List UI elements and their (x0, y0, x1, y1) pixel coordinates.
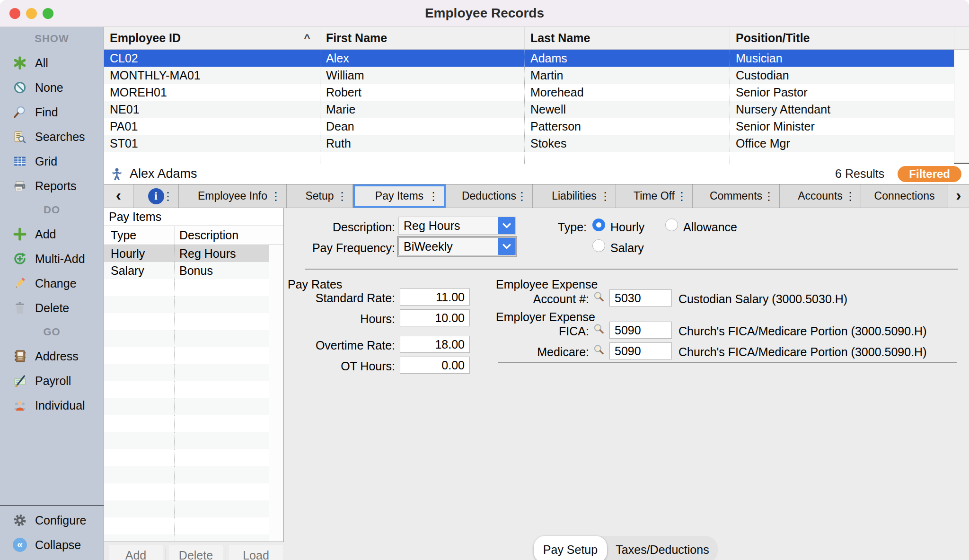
hourly-radio-label[interactable]: Hourly (610, 220, 644, 234)
empty-list-row (104, 432, 269, 449)
sidebar-item-individual[interactable]: Individual (0, 393, 104, 418)
tab-time-off[interactable]: Time Off⋮ (616, 184, 693, 208)
sidebar-item-grid[interactable]: Grid (0, 149, 104, 174)
sidebar-item-label: Collapse (35, 538, 81, 552)
ot-hours-input[interactable]: 0.00 (400, 357, 470, 374)
hourly-radio[interactable] (592, 219, 605, 231)
column-header-last-name[interactable]: Last Name (524, 27, 730, 49)
hours-input[interactable]: 10.00 (400, 309, 470, 326)
table-row[interactable]: CL02 Alex Adams Musician (104, 50, 954, 67)
pay-frequency-dropdown[interactable]: BiWeekly (398, 237, 516, 255)
filtered-badge[interactable]: Filtered (898, 166, 961, 182)
tab-options-icon[interactable]: ⋮ (516, 191, 528, 202)
tab-options-icon[interactable]: ⋮ (676, 191, 687, 202)
column-header-position-title[interactable]: Position/Title (730, 27, 954, 49)
allowance-radio[interactable] (665, 219, 678, 231)
tabs-scroll-left-button[interactable]: ‹ (104, 184, 133, 208)
sidebar-item-label: Address (35, 350, 79, 363)
pay-rates-title: Pay Rates (288, 278, 342, 291)
sidebar-item-add[interactable]: Add (0, 222, 104, 246)
tab-pay-items[interactable]: Pay Items⋮ (353, 184, 446, 208)
chevron-down-icon[interactable] (498, 217, 515, 234)
salary-radio[interactable] (592, 239, 605, 252)
tab-employee-info[interactable]: Employee Info⋮ (179, 184, 287, 208)
table-row[interactable]: PA01 Dean Patterson Senior Minister (104, 118, 954, 135)
table-row[interactable]: ST01 Ruth Stokes Office Mgr (104, 135, 954, 152)
fica-lookup-icon[interactable] (592, 323, 605, 335)
sidebar-item-payroll[interactable]: Payroll (0, 368, 104, 393)
tab-options-icon[interactable]: ⋮ (845, 191, 856, 202)
table-row[interactable]: NE01 Marie Newell Nursery Attendant (104, 101, 954, 118)
employee-table: Employee ID ^ First Name Last Name Posit… (104, 27, 969, 164)
sidebar-item-change[interactable]: Change (0, 271, 104, 296)
overtime-rate-input[interactable]: 18.00 (400, 336, 470, 353)
column-header-employee-id[interactable]: Employee ID ^ (104, 27, 320, 49)
table-row[interactable]: MOREH01 Robert Morehead Senior Pastor (104, 84, 954, 101)
sidebar-item-collapse[interactable]: « Collapse (0, 533, 104, 557)
list-item[interactable]: Hourly Reg Hours (104, 245, 269, 262)
selected-employee-name: Alex Adams (130, 166, 197, 181)
sidebar-item-configure[interactable]: Configure (0, 508, 104, 533)
tab-accounts[interactable]: Accounts⋮ (780, 184, 861, 208)
sidebar-item-all[interactable]: All (0, 51, 104, 75)
medicare-lookup-icon[interactable] (592, 343, 605, 356)
sidebar-section-do: DO (0, 198, 104, 222)
standard-rate-input[interactable]: 11.00 (400, 289, 470, 306)
tab-taxes-deductions[interactable]: Taxes/Deductions (607, 536, 718, 560)
section-divider (498, 362, 957, 363)
column-header-first-name[interactable]: First Name (320, 27, 524, 49)
account-number-input[interactable]: 5030 (609, 289, 672, 306)
medicare-description: Church's FICA/Medicare Portion (3000.509… (678, 345, 926, 359)
fica-label: FICA: (504, 324, 589, 338)
tab-setup[interactable]: Setup⋮ (287, 184, 353, 208)
close-window-button[interactable] (9, 8, 20, 19)
account-lookup-icon[interactable] (592, 290, 605, 303)
list-item[interactable]: Salary Bonus (104, 262, 269, 279)
empty-list-row (104, 483, 269, 500)
tab-connections[interactable]: Connections (861, 184, 948, 208)
sidebar-item-multi-add[interactable]: Multi-Add (0, 246, 104, 271)
medicare-account-input[interactable]: 5090 (609, 342, 672, 359)
minimize-window-button[interactable] (26, 8, 37, 19)
medicare-label: Medicare: (504, 345, 589, 359)
sidebar-item-searches[interactable]: Searches (0, 124, 104, 149)
pay-items-scrollbar[interactable] (269, 245, 283, 542)
add-pay-item-button[interactable]: Add (109, 545, 163, 560)
tab-comments[interactable]: Comments⋮ (693, 184, 780, 208)
tab-options-icon[interactable]: ⋮ (763, 191, 775, 202)
tab-info[interactable]: i ⋮ (133, 184, 179, 208)
salary-radio-label[interactable]: Salary (610, 241, 644, 255)
tab-options-icon[interactable]: ⋮ (162, 191, 174, 202)
tab-deductions[interactable]: Deductions⋮ (446, 184, 533, 208)
check-pen-icon (12, 373, 27, 388)
table-row[interactable]: MONTHLY-MA01 William Martin Custodian (104, 67, 954, 84)
description-dropdown[interactable]: Reg Hours (398, 217, 516, 235)
pay-items-content: Pay Items Type Description Hourly Reg Ho… (104, 208, 969, 560)
main-area: Employee ID ^ First Name Last Name Posit… (104, 27, 969, 560)
chevron-down-icon[interactable] (498, 238, 515, 255)
column-header-type[interactable]: Type (104, 226, 174, 245)
fica-account-input[interactable]: 5090 (609, 322, 672, 339)
tab-options-icon[interactable]: ⋮ (599, 191, 611, 202)
tab-options-icon[interactable]: ⋮ (428, 191, 439, 202)
tabs-scroll-right-button[interactable]: › (948, 184, 969, 208)
tab-pay-setup[interactable]: Pay Setup (534, 536, 607, 560)
tab-liabilities[interactable]: Liabilities⋮ (533, 184, 616, 208)
table-vertical-scrollbar[interactable] (954, 50, 969, 163)
sidebar-item-none[interactable]: None (0, 75, 104, 100)
allowance-radio-label[interactable]: Allowance (683, 220, 737, 234)
prohibition-icon (12, 80, 27, 95)
sidebar-item-address[interactable]: Address (0, 344, 104, 368)
sidebar-item-label: Configure (35, 514, 86, 527)
zoom-window-button[interactable] (43, 8, 53, 19)
load-pay-item-button[interactable]: Load (229, 545, 283, 560)
empty-table-space (104, 152, 954, 164)
sidebar-item-reports[interactable]: Reports (0, 174, 104, 198)
sidebar-item-delete[interactable]: Delete (0, 296, 104, 320)
tab-options-icon[interactable]: ⋮ (336, 191, 348, 202)
sidebar-item-find[interactable]: Find (0, 100, 104, 124)
tab-options-icon[interactable]: ⋮ (270, 191, 282, 202)
grid-icon (12, 154, 27, 169)
delete-pay-item-button[interactable]: Delete (169, 545, 223, 560)
pay-items-panel-title: Pay Items (104, 208, 283, 226)
